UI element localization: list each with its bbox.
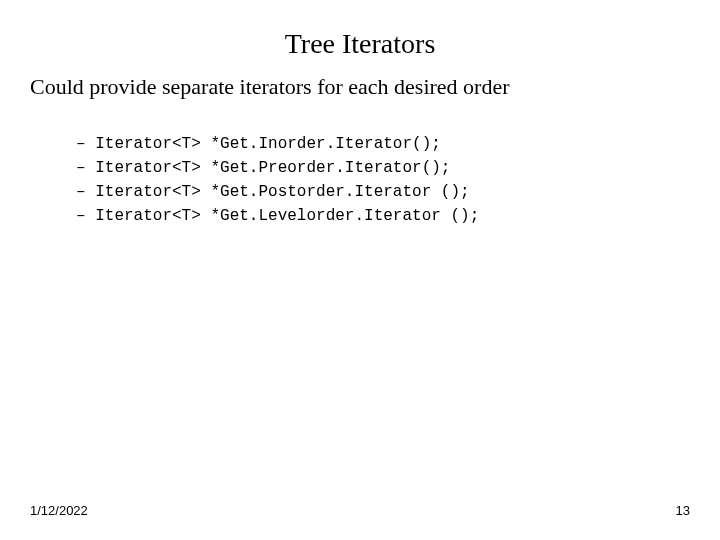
code-line: – Iterator<T> *Get.Preorder.Iterator();: [76, 159, 450, 177]
code-block: – Iterator<T> *Get.Inorder.Iterator(); –…: [0, 100, 720, 228]
code-line: – Iterator<T> *Get.Levelorder.Iterator (…: [76, 207, 479, 225]
slide: Tree Iterators Could provide separate it…: [0, 0, 720, 540]
slide-body: Could provide separate iterators for eac…: [0, 60, 720, 100]
slide-title: Tree Iterators: [0, 0, 720, 60]
code-line: – Iterator<T> *Get.Postorder.Iterator ()…: [76, 183, 470, 201]
code-line: – Iterator<T> *Get.Inorder.Iterator();: [76, 135, 441, 153]
footer-date: 1/12/2022: [30, 503, 88, 518]
slide-footer: 1/12/2022 13: [30, 503, 690, 518]
footer-page: 13: [676, 503, 690, 518]
